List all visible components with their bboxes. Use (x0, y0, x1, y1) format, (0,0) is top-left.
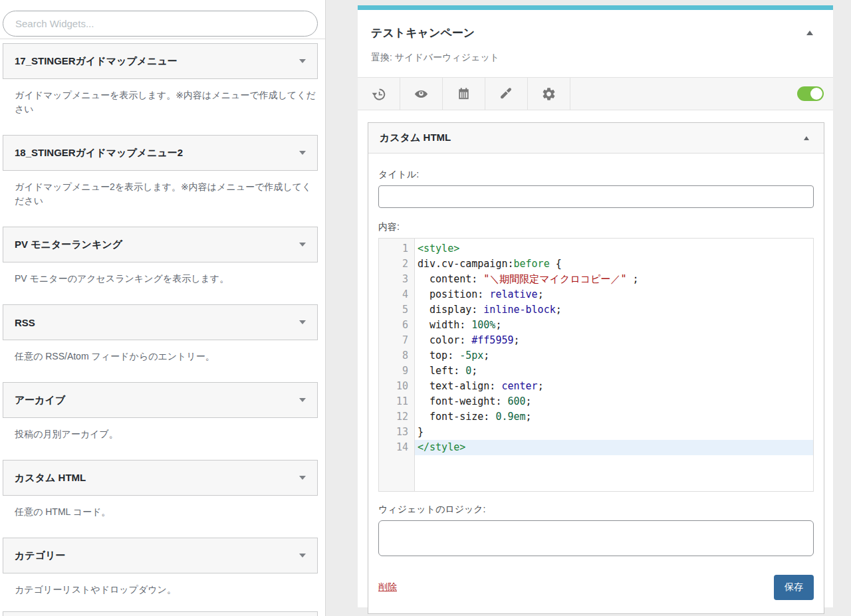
preview-button[interactable] (400, 78, 443, 110)
widget-list: 17_STINGERガイドマップメニュー ガイドマップメニューを表示します。※内… (0, 43, 325, 616)
widget-title: PV モニターランキング (15, 239, 299, 251)
widget-header[interactable]: アーカイブ (3, 382, 318, 418)
widget-logic-label: ウィジェットのロジック: (378, 504, 814, 516)
schedule-button[interactable] (443, 78, 485, 110)
custom-html-header[interactable]: カスタム HTML (368, 123, 824, 154)
collapse-up-icon (804, 136, 809, 140)
widget-header[interactable]: カテゴリー (3, 538, 318, 573)
chevron-down-icon (299, 398, 306, 402)
widgets-sidebar: 17_STINGERガイドマップメニュー ガイドマップメニューを表示します。※内… (0, 0, 326, 616)
brush-icon (499, 86, 514, 102)
widget-list-item: 18_STINGERガイドマップメニュー2 ガイドマップメニュー2を表示します。… (0, 135, 325, 208)
widget-list-item: PV モニターランキング PV モニターのアクセスランキングを表示します。 (0, 227, 325, 286)
widget-title: カテゴリー (15, 550, 299, 562)
widget-list-item: カテゴリー カテゴリーリストやドロップダウン。 (0, 538, 325, 597)
widget-title: カスタム HTML (15, 472, 299, 484)
widget-title: 17_STINGERガイドマップメニュー (15, 55, 299, 68)
settings-button[interactable] (528, 78, 570, 110)
widget-header[interactable] (3, 611, 318, 616)
custom-html-title: カスタム HTML (380, 132, 451, 144)
style-button[interactable] (485, 78, 528, 110)
widget-header[interactable]: PV モニターランキング (3, 227, 318, 262)
title-label: タイトル: (378, 169, 814, 181)
accent-bar (358, 5, 833, 10)
widget-header[interactable]: カスタム HTML (3, 460, 318, 496)
collapse-up-icon[interactable] (806, 31, 813, 35)
widget-logic-input[interactable] (378, 520, 814, 556)
widget-editor-card: テストキャンペーン 置換: サイドバーウィジェット (358, 5, 833, 607)
widget-card-subtitle: 置換: サイドバーウィジェット (358, 41, 833, 77)
widget-description: PV モニターのアクセスランキングを表示します。 (15, 272, 317, 286)
calendar-icon (456, 86, 471, 102)
toggle-knob (810, 88, 822, 100)
search-input[interactable] (3, 11, 318, 37)
widget-header[interactable]: 17_STINGERガイドマップメニュー (3, 43, 318, 79)
widget-description: ガイドマップメニュー2を表示します。※内容はメニューで作成してください (15, 180, 317, 208)
chevron-down-icon (299, 59, 306, 63)
widget-toolbar (358, 77, 833, 110)
content-label: 内容: (378, 221, 814, 233)
delete-link[interactable]: 削除 (378, 581, 397, 593)
code-editor[interactable]: 1234567891011121314 <style>div.cv-campai… (378, 238, 814, 492)
widget-description: カテゴリーリストやドロップダウン。 (15, 583, 317, 597)
widget-title: 18_STINGERガイドマップメニュー2 (15, 147, 299, 159)
widget-description: ガイドマップメニューを表示します。※内容はメニューで作成してください (15, 88, 317, 116)
widget-title: RSS (15, 317, 299, 328)
save-button[interactable]: 保存 (774, 575, 814, 600)
custom-html-widget: カスタム HTML タイトル: 内容: 1234567891011121314 … (368, 122, 824, 614)
widget-list-item (0, 611, 325, 616)
widget-card-title: テストキャンペーン (371, 25, 475, 41)
history-button[interactable] (358, 78, 400, 110)
widget-description: 投稿の月別アーカイブ。 (15, 427, 317, 441)
widget-title-input[interactable] (378, 185, 814, 208)
gear-icon (541, 86, 556, 102)
history-icon (371, 86, 386, 102)
widget-description: 任意の RSS/Atom フィードからのエントリー。 (15, 350, 317, 363)
widget-header[interactable]: 18_STINGERガイドマップメニュー2 (3, 135, 318, 171)
widget-list-item: RSS 任意の RSS/Atom フィードからのエントリー。 (0, 304, 325, 363)
editor-code: <style>div.cv-campaign:before { content:… (415, 239, 813, 491)
editor-gutter: 1234567891011121314 (379, 239, 415, 491)
widget-description: 任意の HTML コード。 (15, 505, 317, 519)
eye-icon (414, 86, 429, 102)
widget-enabled-toggle[interactable] (797, 86, 824, 101)
widget-title: アーカイブ (15, 394, 299, 407)
widget-header[interactable]: RSS (3, 304, 318, 340)
chevron-down-icon (299, 243, 306, 247)
divider (0, 39, 325, 39)
widget-list-item: 17_STINGERガイドマップメニュー ガイドマップメニューを表示します。※内… (0, 43, 325, 116)
chevron-down-icon (299, 554, 306, 558)
chevron-down-icon (299, 476, 306, 480)
chevron-down-icon (299, 320, 306, 324)
chevron-down-icon (299, 151, 306, 155)
widget-list-item: アーカイブ 投稿の月別アーカイブ。 (0, 382, 325, 441)
widget-list-item: カスタム HTML 任意の HTML コード。 (0, 460, 325, 519)
